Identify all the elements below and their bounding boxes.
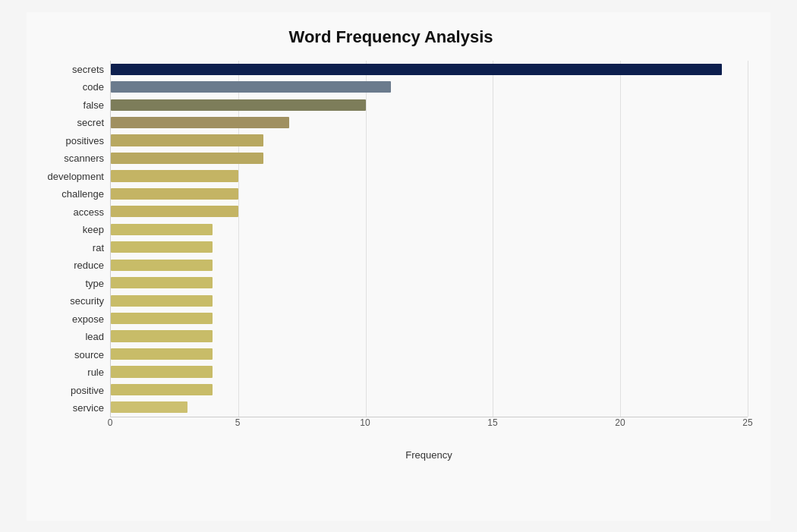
y-label-rule: rule: [34, 364, 104, 382]
bar-source: [111, 348, 213, 360]
bar-lead: [111, 330, 213, 342]
bar-rat: [111, 241, 213, 253]
bar-row-source: [111, 345, 748, 363]
bar-row-scanners: [111, 150, 748, 167]
bar-reduce: [111, 260, 213, 271]
chart-title: Word Frequency Analysis: [34, 27, 748, 47]
y-label-scanners: scanners: [34, 150, 104, 168]
y-label-security: security: [34, 292, 104, 310]
bar-row-challenge: [111, 185, 748, 203]
bar-secrets: [111, 64, 722, 75]
bar-scanners: [111, 153, 263, 164]
bar-security: [111, 295, 213, 307]
bars-area: [110, 61, 748, 417]
y-label-positives: positives: [34, 132, 104, 150]
bar-row-rat: [111, 238, 748, 256]
bar-row-rule: [111, 363, 748, 380]
y-label-expose: expose: [34, 310, 104, 329]
y-label-secrets: secrets: [34, 61, 104, 79]
y-label-access: access: [34, 203, 104, 222]
y-label-secret: secret: [34, 114, 104, 132]
bar-development: [111, 170, 238, 181]
bar-code: [111, 81, 391, 93]
y-label-positive: positive: [34, 382, 104, 400]
bar-row-lead: [111, 327, 748, 345]
bar-row-service: [111, 398, 748, 416]
y-label-false: false: [34, 96, 104, 115]
y-label-challenge: challenge: [34, 185, 104, 203]
bar-row-positive: [111, 381, 748, 398]
y-label-lead: lead: [34, 328, 104, 346]
x-tick-15: 15: [487, 417, 497, 428]
bar-row-code: [111, 78, 748, 96]
bar-positive: [111, 384, 213, 395]
bar-positives: [111, 134, 263, 146]
bar-keep: [111, 224, 213, 235]
chart-container: Word Frequency Analysis secretscodefalse…: [27, 12, 770, 521]
y-label-development: development: [34, 168, 104, 186]
bar-secret: [111, 117, 289, 128]
y-label-rat: rat: [34, 239, 104, 257]
x-tick-10: 10: [360, 417, 370, 428]
y-label-source: source: [34, 346, 104, 364]
y-label-service: service: [34, 399, 104, 417]
bar-row-positives: [111, 131, 748, 149]
bar-row-type: [111, 274, 748, 291]
x-tick-5: 5: [235, 417, 241, 428]
bar-row-expose: [111, 310, 748, 327]
bar-row-security: [111, 291, 748, 309]
bar-row-keep: [111, 221, 748, 238]
x-tick-20: 20: [615, 417, 625, 428]
bar-access: [111, 206, 238, 217]
bar-challenge: [111, 188, 238, 200]
y-label-reduce: reduce: [34, 257, 104, 275]
x-tick-25: 25: [742, 417, 752, 428]
grid-line-25: [748, 61, 748, 417]
x-axis-ticks: 0510152025: [110, 417, 748, 433]
bar-row-false: [111, 96, 748, 113]
y-label-type: type: [34, 275, 104, 293]
bar-type: [111, 277, 213, 288]
x-axis-label: Frequency: [110, 449, 748, 461]
y-label-code: code: [34, 78, 104, 96]
bar-row-secrets: [111, 61, 748, 78]
y-axis-labels: secretscodefalsesecretpositivesscannersd…: [34, 61, 110, 417]
bar-expose: [111, 313, 213, 324]
y-label-keep: keep: [34, 221, 104, 239]
bar-row-access: [111, 203, 748, 220]
bar-row-development: [111, 167, 748, 184]
bar-rule: [111, 366, 213, 377]
bar-service: [111, 401, 187, 413]
bar-row-secret: [111, 114, 748, 131]
x-tick-0: 0: [108, 417, 113, 428]
bar-row-reduce: [111, 256, 748, 273]
bar-false: [111, 99, 366, 111]
